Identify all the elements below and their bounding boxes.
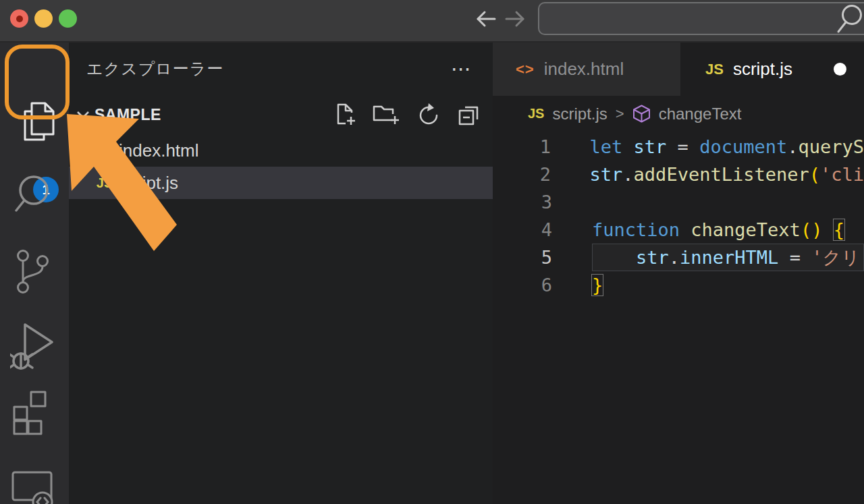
refresh-icon[interactable] [416, 103, 441, 126]
line-number[interactable]: 1 [493, 133, 551, 161]
back-button[interactable] [475, 9, 497, 29]
code-lines: 1let str = document.queryS2str.addEventL… [493, 133, 864, 299]
code-line: 6} [493, 271, 864, 299]
code-text[interactable]: str.addEventListener('cli [590, 161, 864, 188]
code-text[interactable]: str.innerHTML = 'クリ [592, 244, 864, 271]
tab-script-js[interactable]: JS script.js [680, 43, 864, 96]
more-actions-button[interactable]: ⋯ [451, 62, 473, 76]
explorer-header: エクスプローラー ⋯ [69, 43, 493, 95]
new-file-icon[interactable] [334, 103, 356, 126]
html-file-icon: <> [516, 61, 535, 78]
breadcrumb-separator: > [616, 105, 624, 123]
code-editor[interactable]: 1let str = document.queryS2str.addEventL… [493, 132, 864, 299]
source-control-icon [15, 246, 50, 298]
code-line: 5 str.innerHTML = 'クリ [493, 244, 864, 271]
code-line: 2str.addEventListener('cli [493, 161, 864, 188]
code-text[interactable] [592, 188, 864, 216]
gutter-spacer [551, 161, 590, 188]
zoom-window-button[interactable] [59, 9, 77, 28]
line-number[interactable]: 3 [493, 188, 552, 216]
code-text[interactable]: function changeText() { [592, 216, 864, 244]
file-row-index-html[interactable]: <> index.html [69, 134, 493, 167]
code-text[interactable]: let str = document.queryS [590, 133, 864, 161]
line-number[interactable]: 6 [493, 271, 552, 299]
gutter-spacer [552, 244, 592, 271]
html-file-icon: <> [94, 142, 115, 159]
gutter-spacer [552, 271, 592, 299]
search-icon [14, 173, 52, 217]
explorer-title: エクスプローラー [86, 58, 451, 80]
sidebar-item-run-debug[interactable] [0, 319, 69, 376]
line-number[interactable]: 4 [493, 216, 552, 244]
command-center-input[interactable] [538, 2, 864, 35]
code-line: 4function changeText() { [493, 216, 864, 244]
sidebar-item-remote-explorer[interactable] [0, 468, 69, 504]
sidebar-item-search[interactable] [0, 171, 69, 218]
vscode-window: 1 [0, 0, 864, 504]
activity-bar: 1 [0, 43, 69, 504]
sidebar-explorer-pane: エクスプローラー ⋯ SAMPLE [69, 43, 493, 504]
section-actions [334, 103, 481, 126]
file-row-script-js[interactable]: JS script.js [69, 167, 493, 199]
gutter-spacer [552, 188, 592, 216]
collapse-all-icon[interactable] [458, 103, 481, 126]
symbol-cube-icon [632, 105, 651, 123]
file-name: script.js [119, 173, 178, 194]
line-number[interactable]: 2 [493, 161, 551, 188]
sidebar-item-extensions[interactable] [0, 389, 69, 441]
remote-explorer-icon [11, 470, 55, 504]
modified-dot[interactable] [834, 63, 846, 76]
new-folder-icon[interactable] [373, 104, 400, 125]
tab-index-html[interactable]: <> index.html [493, 43, 680, 96]
gutter-spacer [551, 133, 590, 161]
code-text[interactable]: } [592, 271, 864, 299]
code-line: 3 [493, 188, 864, 216]
minimize-window-button[interactable] [34, 9, 53, 28]
tab-label: index.html [544, 59, 624, 80]
chevron-down-icon [76, 109, 90, 120]
breadcrumb-symbol[interactable]: changeText [659, 105, 742, 123]
tab-label: script.js [733, 59, 792, 80]
js-file-icon: JS [705, 61, 724, 78]
gutter-spacer [552, 216, 592, 244]
extensions-icon [12, 391, 54, 437]
search-icon [836, 1, 864, 37]
code-line: 1let str = document.queryS [493, 133, 864, 161]
title-bar [0, 0, 864, 43]
line-number[interactable]: 5 [493, 244, 552, 271]
js-file-icon: JS [94, 175, 115, 191]
forward-button[interactable] [504, 9, 526, 29]
section-header-sample[interactable]: SAMPLE [69, 95, 493, 134]
run-debug-icon [10, 320, 57, 374]
section-name: SAMPLE [94, 106, 334, 124]
breadcrumb: JS script.js > changeText [493, 96, 864, 132]
tab-bar: <> index.html JS script.js [493, 43, 864, 96]
close-window-button[interactable] [10, 9, 28, 28]
js-file-icon: JS [528, 106, 544, 121]
file-name: index.html [119, 140, 199, 161]
editor-group: <> index.html JS script.js JS script.js … [493, 43, 864, 504]
sidebar-item-explorer[interactable]: 1 [0, 96, 69, 161]
sidebar-item-source-control[interactable] [0, 245, 69, 299]
files-icon [21, 101, 59, 144]
breadcrumb-file[interactable]: script.js [552, 105, 607, 123]
